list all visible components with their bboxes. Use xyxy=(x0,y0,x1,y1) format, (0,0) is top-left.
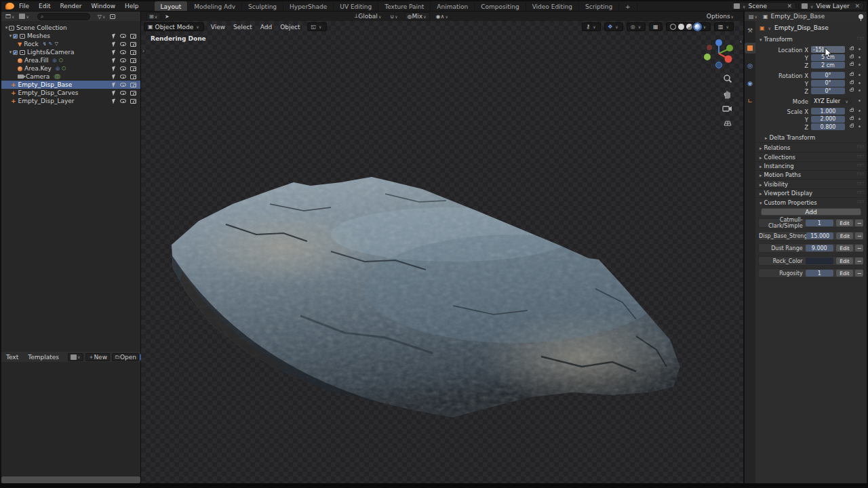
selectable-icon[interactable] xyxy=(112,66,117,71)
panel-grip[interactable]: ∷∷ xyxy=(857,154,864,159)
render-visibility-icon[interactable] xyxy=(130,99,136,104)
remove-button[interactable]: − xyxy=(855,232,863,239)
cursor-tool-icon[interactable]: ➤ xyxy=(165,14,170,20)
animate-dot[interactable] xyxy=(859,100,861,102)
lock-icon[interactable] xyxy=(850,81,854,84)
panel-grip[interactable]: ∷∷ xyxy=(857,199,864,205)
gizmos-dropdown[interactable]: ✥∨ xyxy=(604,22,623,31)
xray-toggle[interactable]: ▦ xyxy=(649,22,663,31)
edit-button[interactable]: Edit xyxy=(836,232,853,239)
text-editor-scrollbar[interactable] xyxy=(1,476,140,483)
outliner-filter-id-dropdown[interactable]: ∨ xyxy=(17,12,31,20)
menu-help[interactable]: Help xyxy=(120,3,144,9)
menu-render[interactable]: Render xyxy=(56,3,87,9)
render-visibility-icon[interactable] xyxy=(130,42,136,47)
selectable-icon[interactable] xyxy=(112,33,117,39)
menu-edit[interactable]: Edit xyxy=(34,3,55,9)
pan-hand-icon[interactable] xyxy=(723,89,732,99)
collections-panel[interactable]: ▸Collections xyxy=(760,154,795,161)
view-layer-selector[interactable]: ∨ View Layer ✕ xyxy=(799,2,864,10)
render-visibility-icon[interactable] xyxy=(130,66,136,71)
viewport-3d[interactable]: ▣ Object Mode∨ View Select Add Object ◱∨… xyxy=(141,21,743,483)
selectable-icon[interactable] xyxy=(112,82,117,87)
tab-constraints[interactable]: ◎ xyxy=(745,60,755,71)
view-menu[interactable]: View xyxy=(210,24,226,30)
outliner-row-meshes[interactable]: ▾✓ Meshes xyxy=(1,32,140,40)
outliner-filter-button[interactable]: ▽∨ xyxy=(96,12,108,20)
snap-dropdown[interactable]: ∪∨ xyxy=(388,12,400,20)
templates-menu[interactable]: Templates xyxy=(23,354,64,361)
render-visibility-icon[interactable] xyxy=(130,75,136,79)
menu-file[interactable]: File xyxy=(14,3,34,9)
eye-icon[interactable] xyxy=(120,83,126,87)
tab-hypershade[interactable]: HyperShade xyxy=(283,1,334,11)
rock-color-swatch[interactable] xyxy=(806,258,833,264)
eye-icon[interactable] xyxy=(120,66,126,70)
transform-pivot-dropdown[interactable]: ◱∨ xyxy=(307,22,327,31)
text-datablock-dropdown[interactable]: ∨ xyxy=(68,353,83,361)
remove-button[interactable]: − xyxy=(855,220,863,226)
new-collection-button[interactable] xyxy=(108,12,117,20)
selectable-icon[interactable] xyxy=(112,90,117,96)
outliner-row-camera[interactable]: Camera ◫ xyxy=(1,73,140,81)
render-visibility-icon[interactable] xyxy=(130,58,136,63)
scene-selector[interactable]: ∨ Scene ✕ xyxy=(731,2,796,10)
shading-options-dropdown[interactable]: ▥∨ xyxy=(714,22,734,31)
add-menu[interactable]: Add xyxy=(259,24,273,30)
panel-grip[interactable]: ∷∷ xyxy=(857,171,864,177)
lock-icon[interactable] xyxy=(850,117,854,120)
menu-window[interactable]: Window xyxy=(87,3,121,9)
rock-render[interactable] xyxy=(161,153,690,424)
outliner-row-lights-camera[interactable]: ▾✓ Lights&Camera xyxy=(1,48,140,56)
tab-physics[interactable]: ◉ xyxy=(745,78,755,89)
scale-x-field[interactable]: 1.000 xyxy=(811,108,845,115)
unlink-scene-icon[interactable]: ✕ xyxy=(786,3,794,9)
animate-dot[interactable] xyxy=(859,56,861,58)
render-visibility-icon[interactable] xyxy=(130,83,136,87)
proportional-falloff-dropdown[interactable]: ◍ Mix∨ xyxy=(405,12,430,20)
outliner-row-empty-disp-base[interactable]: + Empty_Disp_Base xyxy=(1,81,140,89)
rotation-x-field[interactable]: 0° xyxy=(811,72,845,79)
visibility-panel[interactable]: ▸Visibility xyxy=(760,181,788,188)
collection-checkbox[interactable]: ✓ xyxy=(13,50,18,55)
overlays-dropdown[interactable]: ◎∨ xyxy=(627,22,646,31)
lock-icon[interactable] xyxy=(850,63,854,66)
panel-grip[interactable]: ∷∷ xyxy=(857,181,864,186)
selectable-icon[interactable] xyxy=(112,74,117,79)
collection-checkbox[interactable]: ✓ xyxy=(13,34,18,39)
object-menu[interactable]: Object xyxy=(279,24,301,30)
shading-material-icon[interactable] xyxy=(686,24,692,30)
object-visibility-dropdown[interactable]: ⚷∨ xyxy=(582,22,600,31)
edit-button[interactable]: Edit xyxy=(836,270,853,277)
eye-icon[interactable] xyxy=(120,34,126,38)
shading-solid-icon[interactable] xyxy=(678,24,684,30)
dust-range-value-field[interactable]: 9.000 xyxy=(806,245,833,251)
viewport-display-panel[interactable]: ▸Viewport Display xyxy=(760,190,812,197)
lock-icon[interactable] xyxy=(850,47,854,50)
zoom-icon[interactable] xyxy=(723,74,732,83)
eye-icon[interactable] xyxy=(120,99,126,103)
tab-object-data[interactable]: ∟ xyxy=(745,96,755,106)
animate-dot[interactable] xyxy=(859,74,861,76)
mode-dropdown[interactable]: ▣ Object Mode∨ xyxy=(144,22,204,31)
remove-button[interactable]: − xyxy=(855,245,863,251)
rotation-mode-dropdown[interactable]: XYZ Euler∨ xyxy=(811,98,852,104)
outliner-row-empty-disp-carves[interactable]: + Empty_Disp_Carves xyxy=(1,89,140,97)
tab-object[interactable] xyxy=(745,43,755,54)
animate-dot[interactable] xyxy=(859,118,861,120)
navigation-gizmo[interactable] xyxy=(701,36,736,71)
tool-icon-dropdown[interactable]: ⊞∨ xyxy=(146,12,161,20)
motion-paths-panel[interactable]: ▸Motion Paths xyxy=(760,171,801,178)
tab-texture-paint[interactable]: Texture Paint xyxy=(378,1,431,11)
render-visibility-icon[interactable] xyxy=(130,50,136,55)
new-text-button[interactable]: ＋New xyxy=(85,353,110,361)
instancing-panel[interactable]: ▸Instancing xyxy=(760,163,794,169)
tab-modeling-adv[interactable]: Modeling Adv xyxy=(188,1,242,11)
eye-icon[interactable] xyxy=(120,58,126,62)
toolbar-expand-icon[interactable]: › xyxy=(142,48,144,54)
lock-icon[interactable] xyxy=(850,109,854,112)
animate-dot[interactable] xyxy=(859,125,861,127)
tab-layout[interactable]: Layout xyxy=(155,1,189,11)
select-menu[interactable]: Select xyxy=(232,24,254,30)
edit-button[interactable]: Edit xyxy=(836,258,853,264)
